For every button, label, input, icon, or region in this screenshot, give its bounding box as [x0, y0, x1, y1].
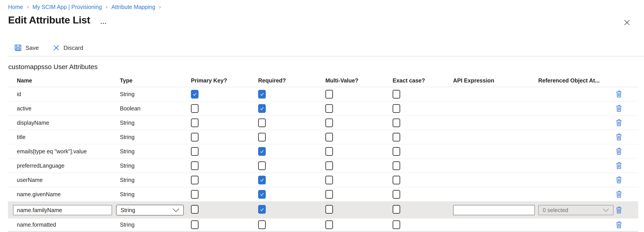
delete-attribute-button[interactable] [616, 207, 622, 214]
multi-value-checkbox[interactable] [325, 161, 333, 170]
exact-case-checkbox[interactable] [392, 205, 400, 214]
delete-attribute-button[interactable] [616, 105, 622, 112]
save-button[interactable]: Save [14, 44, 39, 52]
attribute-name: name.givenName [8, 191, 120, 198]
delete-attribute-button[interactable] [616, 119, 622, 126]
multi-value-checkbox[interactable] [325, 133, 333, 141]
attribute-type: Boolean [120, 105, 191, 112]
required-checkbox[interactable] [258, 133, 266, 141]
breadcrumb-attribute-mapping[interactable]: Attribute Mapping [111, 4, 155, 10]
attribute-name: id [8, 91, 120, 98]
column-header-required: Required? [258, 77, 325, 84]
required-checkbox[interactable] [258, 104, 266, 113]
chevron-down-icon [172, 208, 179, 212]
exact-case-checkbox[interactable] [392, 118, 400, 127]
attribute-type: String [120, 191, 191, 198]
discard-button[interactable]: Discard [53, 44, 83, 51]
exact-case-checkbox[interactable] [392, 147, 400, 156]
multi-value-checkbox[interactable] [325, 205, 333, 214]
multi-value-checkbox[interactable] [325, 104, 333, 113]
primary-key-checkbox[interactable] [191, 220, 198, 229]
primary-key-checkbox[interactable] [191, 118, 198, 127]
exact-case-checkbox[interactable] [392, 161, 400, 170]
required-checkbox[interactable] [258, 161, 266, 170]
delete-attribute-button[interactable] [616, 133, 622, 141]
exact-case-checkbox[interactable] [392, 90, 400, 99]
checkmark-icon [259, 207, 265, 212]
column-header-type: Type [120, 77, 191, 84]
multi-value-checkbox[interactable] [325, 190, 333, 199]
divider [8, 56, 644, 57]
delete-attribute-button[interactable] [616, 148, 622, 155]
table-header-row: Name Type Primary Key? Required? Multi-V… [8, 74, 638, 87]
breadcrumb-separator: › [159, 3, 161, 10]
multi-value-checkbox[interactable] [325, 90, 333, 99]
attribute-name: emails[type eq "work"].value [8, 148, 120, 155]
close-button[interactable] [622, 18, 632, 27]
exact-case-checkbox[interactable] [392, 104, 400, 113]
attribute-table: Name Type Primary Key? Required? Multi-V… [8, 74, 638, 232]
trash-icon [616, 207, 622, 214]
referenced-object-select[interactable]: 0 selected [538, 205, 614, 215]
required-checkbox[interactable] [258, 220, 266, 229]
multi-value-checkbox[interactable] [325, 147, 333, 156]
exact-case-checkbox[interactable] [392, 133, 400, 141]
delete-attribute-button[interactable] [616, 91, 622, 98]
more-options-button[interactable]: … [100, 20, 107, 23]
attribute-name-input[interactable] [13, 205, 112, 215]
referenced-object-value: 0 selected [543, 207, 568, 214]
close-icon [623, 18, 631, 27]
checkmark-icon [259, 106, 265, 111]
trash-icon [616, 105, 622, 112]
exact-case-checkbox[interactable] [392, 190, 400, 199]
column-header-primary-key: Primary Key? [191, 77, 258, 84]
discard-label: Discard [64, 44, 83, 51]
primary-key-checkbox[interactable] [191, 176, 198, 184]
required-checkbox[interactable] [258, 205, 266, 214]
primary-key-checkbox[interactable] [191, 104, 198, 113]
attribute-name: userName [8, 177, 120, 183]
primary-key-checkbox[interactable] [191, 190, 198, 199]
delete-attribute-button[interactable] [616, 162, 622, 169]
delete-attribute-button[interactable] [616, 176, 622, 184]
primary-key-checkbox[interactable] [191, 133, 198, 141]
save-label: Save [26, 44, 39, 51]
trash-icon [616, 133, 622, 141]
attribute-row-editing: String 0 selected [8, 202, 638, 219]
trash-icon [616, 148, 622, 155]
primary-key-checkbox[interactable] [191, 147, 198, 156]
trash-icon [616, 119, 622, 126]
attribute-row: title String [8, 130, 638, 144]
exact-case-checkbox[interactable] [392, 176, 400, 184]
api-expression-input[interactable] [453, 205, 535, 215]
required-checkbox[interactable] [258, 176, 266, 184]
breadcrumb-separator: › [105, 3, 108, 10]
delete-attribute-button[interactable] [616, 221, 622, 229]
attribute-type: String [120, 177, 191, 183]
checkmark-icon [259, 192, 265, 197]
required-checkbox[interactable] [258, 118, 266, 127]
attribute-row: name.givenName String [8, 187, 638, 202]
required-checkbox[interactable] [258, 190, 266, 199]
column-header-exact-case: Exact case? [392, 77, 453, 84]
exact-case-checkbox[interactable] [392, 220, 400, 229]
required-checkbox[interactable] [258, 147, 266, 156]
primary-key-checkbox[interactable] [191, 205, 198, 214]
primary-key-checkbox[interactable] [191, 161, 198, 170]
trash-icon [616, 191, 622, 198]
attribute-row: name.formatted String [8, 219, 638, 232]
attribute-type-select[interactable]: String [116, 205, 184, 216]
required-checkbox[interactable] [258, 90, 266, 99]
multi-value-checkbox[interactable] [325, 176, 333, 184]
delete-attribute-button[interactable] [616, 191, 622, 198]
multi-value-checkbox[interactable] [325, 220, 333, 229]
attribute-row: id String [8, 87, 638, 102]
breadcrumb-home[interactable]: Home [8, 4, 23, 10]
multi-value-checkbox[interactable] [325, 118, 333, 127]
chevron-down-icon [603, 208, 609, 212]
breadcrumb-provisioning[interactable]: My SCIM App | Provisioning [32, 4, 102, 10]
checkmark-icon [259, 91, 265, 97]
trash-icon [616, 162, 622, 169]
primary-key-checkbox[interactable] [191, 90, 198, 99]
attribute-row: preferredLanguage String [8, 159, 638, 173]
